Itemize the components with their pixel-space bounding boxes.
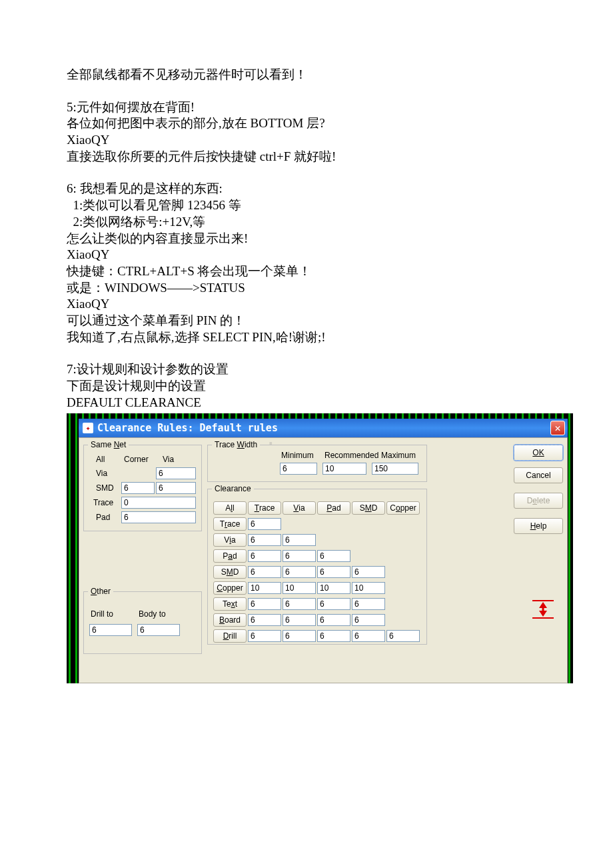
text-trace-input[interactable] bbox=[283, 598, 316, 610]
paragraph-4: 7:设计规则和设计参数的设置 下面是设计规则中的设置 DEFAULT CLEAR… bbox=[67, 361, 546, 411]
text-line: 各位如何把图中表示的部分,放在 BOTTOM 层? bbox=[67, 115, 546, 132]
board-all-input[interactable] bbox=[248, 614, 281, 626]
close-icon: ✕ bbox=[554, 422, 560, 435]
same-net-group: Same Net All Corner Via Via SMD Trace Pa… bbox=[83, 445, 202, 531]
col-via-button[interactable]: Via bbox=[283, 501, 316, 515]
board-via-input[interactable] bbox=[317, 614, 350, 626]
row-pad-label: Pad bbox=[96, 513, 110, 523]
same-net-title: Same Net bbox=[88, 440, 129, 451]
smd-trace-input[interactable] bbox=[283, 566, 316, 578]
row-via-button[interactable]: Via bbox=[213, 533, 247, 547]
app-icon: ✦ bbox=[83, 423, 93, 433]
row-drill-button[interactable]: Drill bbox=[213, 629, 247, 643]
text-line: 7:设计规则和设计参数的设置 bbox=[67, 361, 546, 378]
text-line: 6: 我想看见的是这样的东西: bbox=[67, 181, 546, 197]
smd-all-input[interactable] bbox=[248, 566, 281, 578]
smd-via-input[interactable] bbox=[156, 482, 196, 494]
paragraph-3: 6: 我想看见的是这样的东西: 1:类似可以看见管脚 123456 等 2:类似… bbox=[67, 181, 546, 345]
row-pad-button[interactable]: Pad bbox=[213, 549, 247, 563]
dialog-body: www.docx.com Same Net All Corner Via Via… bbox=[79, 437, 568, 683]
col-copper-button[interactable]: Copper bbox=[386, 501, 420, 515]
smd-pad-input[interactable] bbox=[352, 566, 385, 578]
col-via: Via bbox=[163, 455, 174, 465]
smd-corner-input[interactable] bbox=[121, 482, 155, 494]
text-line: XiaoQY bbox=[67, 296, 546, 313]
text-via-input[interactable] bbox=[317, 598, 350, 610]
text-line: 5:元件如何摆放在背面! bbox=[67, 99, 546, 116]
smd-via-input2[interactable] bbox=[317, 566, 350, 578]
drill-smd-input[interactable] bbox=[386, 630, 420, 642]
pcb-background: ✦ Clearance Rules: Default rules ✕ www.d… bbox=[67, 413, 573, 683]
close-button[interactable]: ✕ bbox=[550, 421, 565, 435]
pad-corner-input[interactable] bbox=[121, 511, 196, 523]
row-trace-label: Trace bbox=[93, 498, 113, 509]
maximum-label: Maximum bbox=[381, 451, 416, 461]
row-board-button[interactable]: Board bbox=[213, 613, 247, 627]
text-line: 我知道了,右点鼠标,选择 SELECT PIN,哈!谢谢;! bbox=[67, 329, 546, 346]
col-all-button[interactable]: All bbox=[213, 501, 247, 515]
row-copper-button[interactable]: Copper bbox=[213, 581, 247, 595]
text-all-input[interactable] bbox=[248, 598, 281, 610]
pad-via-input[interactable] bbox=[317, 550, 350, 562]
screenshot: ✦ Clearance Rules: Default rules ✕ www.d… bbox=[67, 413, 546, 683]
recommended-input[interactable] bbox=[322, 463, 366, 475]
clearance-group: Clearance All Trace Via Pad SMD Copper T… bbox=[207, 489, 427, 645]
text-line: 直接选取你所要的元件后按快捷键 ctrl+F 就好啦! bbox=[67, 149, 546, 165]
via-via-input[interactable] bbox=[156, 467, 196, 479]
via-all-input[interactable] bbox=[248, 534, 281, 546]
text-line: 2:类似网络标号:+12V,等 bbox=[67, 214, 546, 231]
help-label: Help bbox=[530, 521, 547, 532]
text-line: XiaoQY bbox=[67, 247, 546, 263]
board-trace-input[interactable] bbox=[283, 614, 316, 626]
text-line: 可以通过这个菜单看到 PIN 的！ bbox=[67, 313, 546, 329]
drill-trace-input[interactable] bbox=[283, 630, 316, 642]
drill-via-input[interactable] bbox=[317, 630, 350, 642]
row-via-label: Via bbox=[96, 469, 107, 479]
minimum-input[interactable] bbox=[280, 463, 317, 475]
body-to-input[interactable] bbox=[137, 624, 180, 636]
pad-all-input[interactable] bbox=[248, 550, 281, 562]
via-trace-input[interactable] bbox=[283, 534, 316, 546]
drill-to-input[interactable] bbox=[89, 624, 132, 636]
maximum-input[interactable] bbox=[372, 463, 418, 475]
col-trace-button[interactable]: Trace bbox=[248, 501, 281, 515]
col-pad-button[interactable]: Pad bbox=[317, 501, 350, 515]
text-line: 1:类似可以看见管脚 123456 等 bbox=[67, 197, 546, 214]
help-button[interactable]: Help bbox=[514, 518, 563, 534]
paragraph-2: 5:元件如何摆放在背面! 各位如何把图中表示的部分,放在 BOTTOM 层? X… bbox=[67, 99, 546, 165]
col-all: All bbox=[96, 455, 105, 465]
minimum-label: Minimum bbox=[281, 451, 314, 461]
ok-label: OK bbox=[532, 448, 544, 459]
delete-label: Delete bbox=[527, 496, 550, 507]
trace-corner-input[interactable] bbox=[121, 497, 196, 509]
cancel-button[interactable]: Cancel bbox=[514, 467, 563, 483]
col-smd-button[interactable]: SMD bbox=[352, 501, 385, 515]
text-line: 下面是设计规则中的设置 bbox=[67, 378, 546, 395]
row-smd-button[interactable]: SMD bbox=[213, 565, 247, 579]
copper-pad-input[interactable] bbox=[352, 582, 385, 594]
copper-trace-input[interactable] bbox=[283, 582, 316, 594]
text-line: 快捷键：CTRL+ALT+S 将会出现一个菜单！ bbox=[67, 263, 546, 280]
board-pad-input[interactable] bbox=[352, 614, 385, 626]
drill-all-input[interactable] bbox=[248, 630, 281, 642]
text-line: 全部鼠线都看不见移动元器件时可以看到！ bbox=[67, 67, 546, 83]
trace-all-input[interactable] bbox=[248, 518, 281, 530]
copper-via-input[interactable] bbox=[317, 582, 350, 594]
text-pad-input[interactable] bbox=[352, 598, 385, 610]
other-group: Other Drill to Body to bbox=[83, 591, 202, 654]
row-smd-label: SMD bbox=[96, 483, 114, 494]
dialog-title: Clearance Rules: Default rules bbox=[97, 422, 278, 435]
row-text-button[interactable]: Text bbox=[213, 597, 247, 611]
delete-button[interactable]: Delete bbox=[514, 493, 563, 509]
trace-width-group: Trace Width Minimum Recommended Maximum bbox=[207, 445, 427, 482]
text-line: 或是：WINDOWS——>STATUS bbox=[67, 280, 546, 297]
annotation-arrow-icon bbox=[530, 599, 556, 619]
drill-pad-input[interactable] bbox=[352, 630, 385, 642]
copper-all-input[interactable] bbox=[248, 582, 281, 594]
ok-button[interactable]: OK bbox=[514, 445, 563, 461]
pad-trace-input[interactable] bbox=[283, 550, 316, 562]
recommended-label: Recommended bbox=[324, 451, 378, 461]
row-trace-button[interactable]: Trace bbox=[213, 517, 247, 531]
other-title: Other bbox=[88, 587, 113, 597]
col-corner: Corner bbox=[124, 455, 149, 465]
